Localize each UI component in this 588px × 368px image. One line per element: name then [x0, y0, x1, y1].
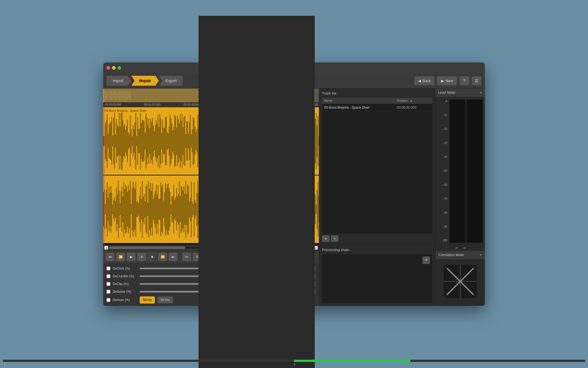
- svg-rect-96: [167, 132, 168, 150]
- tab-import[interactable]: Import: [106, 76, 131, 86]
- cut-button[interactable]: ✂: [182, 252, 191, 261]
- svg-rect-287: [126, 186, 127, 232]
- skip-start-button[interactable]: ⏮: [105, 252, 115, 261]
- svg-rect-59: [133, 125, 133, 157]
- scale-minus40: -40: [438, 156, 447, 158]
- svg-rect-290: [129, 190, 130, 228]
- declip-checkbox[interactable]: [106, 282, 110, 286]
- svg-rect-98: [169, 126, 169, 155]
- svg-rect-107: [177, 116, 178, 166]
- declick-checkbox[interactable]: [106, 267, 110, 270]
- meter-reading-left: -∞: [455, 246, 458, 249]
- svg-rect-92: [163, 128, 164, 154]
- svg-rect-100: [171, 119, 171, 163]
- svg-rect-348: [183, 190, 183, 228]
- svg-rect-326: [162, 184, 163, 234]
- remove-track-button[interactable]: −: [331, 235, 339, 242]
- svg-rect-306: [144, 194, 144, 225]
- add-track-button[interactable]: +: [322, 235, 330, 242]
- svg-rect-298: [136, 201, 137, 217]
- back-button[interactable]: ◀ Back: [414, 76, 435, 85]
- svg-rect-63: [136, 136, 137, 146]
- svg-rect-315: [152, 184, 153, 235]
- level-meter-close[interactable]: ×: [480, 90, 482, 95]
- track-list-row[interactable]: 05-Boris Brejcha - Space Diver 00:00:00:…: [322, 104, 432, 111]
- svg-rect-260: [319, 136, 319, 146]
- svg-rect-276: [116, 187, 117, 231]
- svg-rect-104: [174, 115, 175, 167]
- scale-minus50: -50: [438, 169, 447, 172]
- svg-rect-316: [153, 199, 154, 219]
- tab-export[interactable]: Export: [159, 76, 183, 86]
- svg-rect-259: [318, 116, 318, 166]
- svg-rect-44: [119, 113, 119, 169]
- svg-rect-335: [171, 204, 171, 214]
- svg-rect-51: [125, 129, 126, 153]
- svg-rect-258: [317, 125, 317, 157]
- list-button[interactable]: ☰: [472, 76, 482, 85]
- play-button[interactable]: ▶: [126, 252, 136, 261]
- decrackle-checkbox[interactable]: [106, 274, 110, 278]
- col-position-label: Position ▲: [397, 99, 430, 102]
- svg-rect-283: [123, 197, 123, 222]
- svg-rect-284: [124, 182, 124, 237]
- denoise-checkbox[interactable]: [106, 290, 110, 294]
- svg-rect-356: [190, 197, 191, 221]
- correlation-meter-title: Correlation Meter: [438, 253, 464, 257]
- chain-add-button[interactable]: +: [422, 256, 430, 264]
- svg-rect-30: [106, 121, 106, 161]
- scrollbar-thumb[interactable]: [109, 247, 185, 249]
- svg-rect-126: [195, 127, 195, 155]
- svg-rect-267: [108, 198, 108, 221]
- track-list-footer: + −: [322, 234, 432, 242]
- level-meter-content: -4 -12 -20 -30 -40 -50 -60 -70 -80 -90 -…: [435, 97, 485, 245]
- denoise-label: DeNoise (%): [113, 290, 137, 294]
- svg-rect-125: [194, 118, 194, 163]
- svg-rect-65: [138, 129, 139, 153]
- svg-rect-58: [132, 136, 132, 146]
- rewind-button[interactable]: ⏪: [116, 252, 125, 261]
- dehum-50hz-button[interactable]: 50 Hz: [140, 296, 155, 304]
- svg-rect-57: [131, 129, 131, 153]
- svg-rect-274: [114, 197, 115, 221]
- meter-bar-right: [467, 100, 483, 243]
- svg-rect-363: [197, 193, 197, 226]
- svg-rect-117: [186, 121, 187, 161]
- svg-rect-346: [181, 186, 181, 233]
- close-button[interactable]: [106, 66, 110, 70]
- svg-rect-358: [192, 202, 192, 217]
- dehum-60hz-button[interactable]: 60 Hz: [157, 296, 173, 304]
- fast-forward-button[interactable]: ⏩: [158, 252, 167, 261]
- svg-rect-34: [110, 123, 110, 159]
- skip-end-button[interactable]: ⏭: [168, 252, 178, 261]
- tab-repair[interactable]: Repair: [131, 76, 159, 86]
- pause-button[interactable]: ⏸: [137, 252, 146, 261]
- svg-rect-268: [109, 187, 109, 231]
- svg-rect-354: [188, 186, 189, 232]
- svg-rect-313: [150, 183, 151, 236]
- svg-rect-320: [157, 194, 157, 224]
- svg-rect-90: [162, 133, 162, 149]
- next-button[interactable]: ▶ Next: [437, 76, 457, 85]
- scroll-left-button[interactable]: ◀: [104, 246, 108, 250]
- track-row-position: 00:00:00:000: [397, 106, 430, 109]
- window-controls: [106, 66, 121, 70]
- scale-minus20: -20: [438, 128, 447, 131]
- help-button[interactable]: ?: [459, 76, 469, 85]
- svg-rect-314: [151, 191, 152, 227]
- svg-rect-36: [111, 117, 112, 165]
- correlation-meter-close[interactable]: ×: [480, 253, 482, 257]
- svg-rect-33: [109, 124, 109, 158]
- svg-rect-23: [103, 88, 104, 102]
- stop-button[interactable]: ■: [147, 252, 157, 261]
- svg-rect-110: [180, 114, 180, 168]
- maximize-button[interactable]: [118, 66, 121, 70]
- svg-rect-114: [184, 117, 184, 165]
- svg-rect-272: [112, 204, 113, 214]
- dehum-checkbox[interactable]: [106, 298, 110, 302]
- svg-rect-93: [164, 127, 165, 154]
- svg-rect-357: [191, 181, 192, 237]
- svg-rect-55: [129, 134, 130, 147]
- minimize-button[interactable]: [112, 66, 116, 70]
- svg-rect-122: [191, 134, 192, 148]
